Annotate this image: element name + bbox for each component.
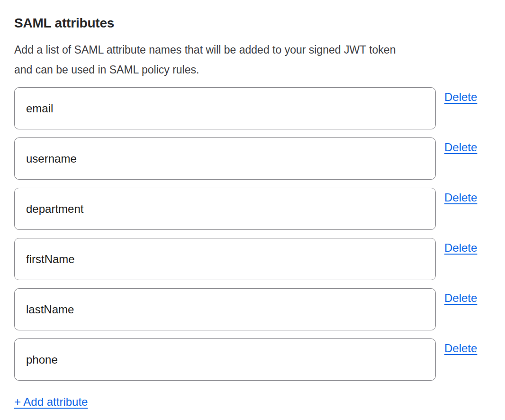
attribute-row: Delete — [14, 188, 485, 230]
delete-link[interactable]: Delete — [444, 191, 477, 205]
attribute-input-lastname[interactable] — [14, 288, 436, 330]
attribute-row: Delete — [14, 238, 485, 280]
delete-link[interactable]: Delete — [444, 140, 477, 155]
section-description-line1: Add a list of SAML attribute names that … — [14, 40, 485, 60]
attribute-input-firstname[interactable] — [14, 238, 436, 280]
attribute-row: Delete — [14, 338, 485, 381]
delete-link[interactable]: Delete — [444, 90, 477, 104]
delete-link[interactable]: Delete — [444, 241, 477, 255]
attribute-row: Delete — [14, 288, 485, 330]
attribute-list: Delete Delete Delete Delete Delete Delet… — [14, 87, 485, 381]
section-description-line2: and can be used in SAML policy rules. — [14, 60, 485, 80]
delete-link[interactable]: Delete — [444, 341, 477, 356]
delete-link[interactable]: Delete — [444, 291, 477, 305]
attribute-input-department[interactable] — [14, 188, 436, 230]
add-attribute-link[interactable]: + Add attribute — [14, 395, 88, 409]
attribute-input-email[interactable] — [14, 87, 436, 129]
section-description: Add a list of SAML attribute names that … — [14, 40, 485, 80]
attribute-input-phone[interactable] — [14, 338, 436, 381]
attribute-row: Delete — [14, 87, 485, 129]
saml-attributes-section: SAML attributes Add a list of SAML attri… — [0, 0, 505, 409]
section-title: SAML attributes — [14, 14, 485, 32]
attribute-row: Delete — [14, 137, 485, 180]
attribute-input-username[interactable] — [14, 137, 436, 180]
